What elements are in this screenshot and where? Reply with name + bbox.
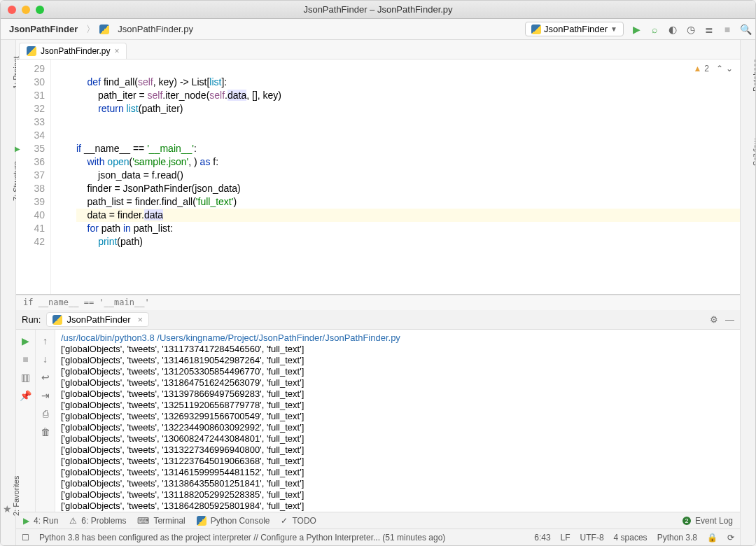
inspection-widget[interactable]: ▲ 2 ⌃ ⌄	[693, 64, 733, 74]
code-line[interactable]: def find_all(self, key) -> List[list]:	[76, 76, 740, 89]
editor-tab[interactable]: JsonPathFinder.py ×	[19, 43, 127, 59]
right-tool-strip: Database SciView	[740, 40, 755, 545]
warning-count: 2	[704, 64, 709, 74]
code-line[interactable]: data = finder.data	[76, 209, 740, 222]
left-tool-strip: 1: Project 7: Structure 2: Favorites ★	[1, 40, 16, 545]
line-number[interactable]: 38	[16, 182, 45, 195]
python-file-icon	[27, 46, 36, 56]
lock-icon[interactable]: 🔒	[707, 533, 718, 542]
debug-button[interactable]: ⌕	[649, 24, 660, 35]
python-file-icon	[99, 24, 109, 34]
code-line[interactable]: path_iter = self.iter_node(self.data, []…	[76, 89, 740, 102]
breadcrumb-file[interactable]: JsonPathFinder.py	[113, 22, 197, 36]
editor-gutter: 29303132333435▶3637383940💡4142	[16, 59, 51, 294]
print-icon[interactable]: ⎙	[43, 408, 48, 419]
code-line[interactable]: if __name__ == '__main__':	[76, 142, 740, 155]
stop-button[interactable]: ■	[722, 24, 733, 35]
line-number[interactable]: 35▶	[16, 142, 45, 155]
code-line[interactable]: path_list = finder.find_all('full_text')	[76, 195, 740, 209]
run-button[interactable]: ▶	[631, 24, 642, 35]
breadcrumb: JsonPathFinder 〉 JsonPathFinder.py	[5, 22, 197, 36]
close-tab-icon[interactable]: ×	[114, 46, 119, 56]
line-number[interactable]: 33	[16, 115, 45, 129]
console-line: ['globalObjects', 'tweets', '13186475162…	[61, 377, 734, 388]
down-stack-icon[interactable]: ↓	[43, 354, 48, 365]
rerun-button[interactable]: ▶	[22, 335, 29, 346]
run-config-label: JsonPathFinder	[544, 24, 608, 34]
line-number[interactable]: 36	[16, 155, 45, 169]
bottom-tab-run[interactable]: ▶4: Run	[23, 516, 58, 526]
search-everywhere-button[interactable]: 🔍	[740, 24, 751, 35]
line-number[interactable]: 34	[16, 129, 45, 142]
up-stack-icon[interactable]: ↑	[43, 335, 48, 346]
run-label: Run:	[22, 314, 41, 325]
clear-all-icon[interactable]: 🗑	[41, 426, 50, 438]
soft-wrap-icon[interactable]: ↩	[41, 372, 50, 383]
console-line: ['globalObjects', 'tweets', '13138643558…	[61, 478, 734, 489]
chevron-up-icon[interactable]: ⌃	[716, 64, 723, 74]
code-line[interactable]: finder = JsonPathFinder(json_data)	[76, 182, 740, 195]
run-console[interactable]: /usr/local/bin/python3.8 /Users/kingname…	[55, 330, 740, 512]
editor-gutter-marks	[51, 59, 71, 294]
layout-button[interactable]: ▥	[21, 372, 30, 383]
status-message[interactable]: Python 3.8 has been configured as the pr…	[39, 533, 524, 542]
run-settings-icon[interactable]: ⚙	[710, 314, 718, 325]
bottom-tab-terminal[interactable]: ⌨Terminal	[137, 516, 185, 526]
pin-button[interactable]: 📌	[20, 390, 31, 401]
coverage-button[interactable]: ◐	[667, 24, 678, 35]
bottom-tool-tabs: ▶4: Run ⚠6: Problems ⌨Terminal Python Co…	[16, 512, 740, 528]
sciview-tool-tab[interactable]: SciView	[752, 139, 756, 166]
favorites-tool-tab[interactable]: 2: Favorites	[12, 476, 20, 516]
line-separator[interactable]: LF	[561, 533, 570, 542]
chevron-down-icon[interactable]: ⌄	[726, 64, 733, 74]
console-line: ['globalObjects', 'tweets', '13120533058…	[61, 366, 734, 377]
line-number[interactable]: 29	[16, 62, 45, 76]
concurrency-button[interactable]: ≣	[704, 24, 715, 35]
stop-run-button[interactable]: ■	[22, 354, 28, 365]
code-line[interactable]	[76, 115, 740, 129]
editor-tabs: JsonPathFinder.py ×	[16, 40, 740, 59]
console-line: ['globalObjects', 'tweets', '13146181905…	[61, 355, 734, 366]
caret-position[interactable]: 6:43	[534, 533, 550, 542]
line-number[interactable]: 30	[16, 76, 45, 89]
line-number[interactable]: 42	[16, 235, 45, 248]
event-badge: 2	[682, 517, 691, 525]
code-line[interactable]: json_data = f.read()	[76, 169, 740, 182]
line-number[interactable]: 37	[16, 169, 45, 182]
line-number[interactable]: 41	[16, 222, 45, 235]
run-tab[interactable]: JsonPathFinder ×	[46, 312, 149, 327]
close-run-tab-icon[interactable]: ×	[138, 314, 144, 325]
bottom-tab-problems[interactable]: ⚠6: Problems	[69, 516, 126, 526]
line-number[interactable]: 40💡	[16, 209, 45, 222]
code-line[interactable]: return list(path_iter)	[76, 102, 740, 115]
code-line[interactable]: for path in path_list:	[76, 222, 740, 235]
editor-content[interactable]: def find_all(self, key) -> List[list]: p…	[71, 59, 740, 294]
bottom-tab-todo[interactable]: ✓TODO	[281, 516, 316, 526]
event-log-button[interactable]: 2 Event Log	[682, 516, 733, 526]
run-toolwindow: ▶ ■ ▥ 📌 ↑ ↓ ↩ ⇥ ⎙ 🗑 /usr/local/bin/pytho…	[16, 330, 740, 512]
database-tool-tab[interactable]: Database	[752, 59, 756, 92]
run-toolbar: ▶ ⌕ ◐ ◷ ≣ ■ 🔍	[631, 24, 751, 35]
profile-button[interactable]: ◷	[685, 24, 696, 35]
sync-icon[interactable]: ⟳	[727, 533, 734, 542]
minimize-toolwindow-icon[interactable]: —	[725, 314, 734, 325]
scroll-to-end-icon[interactable]: ⇥	[41, 390, 50, 401]
console-line: ['globalObjects', 'tweets', '13122376450…	[61, 456, 734, 467]
run-config-selector[interactable]: JsonPathFinder ▼	[525, 22, 624, 36]
code-line[interactable]: with open('sample.json', ) as f:	[76, 155, 740, 169]
indent-setting[interactable]: 4 spaces	[614, 533, 648, 542]
line-number[interactable]: 39	[16, 195, 45, 209]
bottom-tab-python-console[interactable]: Python Console	[197, 516, 270, 526]
code-line[interactable]	[76, 62, 740, 76]
status-bar: ☐ Python 3.8 has been configured as the …	[16, 528, 740, 545]
breadcrumb-project[interactable]: JsonPathFinder	[5, 22, 82, 36]
code-editor[interactable]: 29303132333435▶3637383940💡4142 def find_…	[16, 59, 740, 295]
run-toolwindow-header: Run: JsonPathFinder × ⚙ —	[16, 310, 740, 330]
window-title: JsonPathFinder – JsonPathFinder.py	[1, 4, 755, 15]
line-number[interactable]: 32	[16, 102, 45, 115]
interpreter-indicator[interactable]: Python 3.8	[657, 533, 697, 542]
file-encoding[interactable]: UTF-8	[580, 533, 604, 542]
code-line[interactable]: print(path)	[76, 235, 740, 248]
code-line[interactable]	[76, 129, 740, 142]
line-number[interactable]: 31	[16, 89, 45, 102]
